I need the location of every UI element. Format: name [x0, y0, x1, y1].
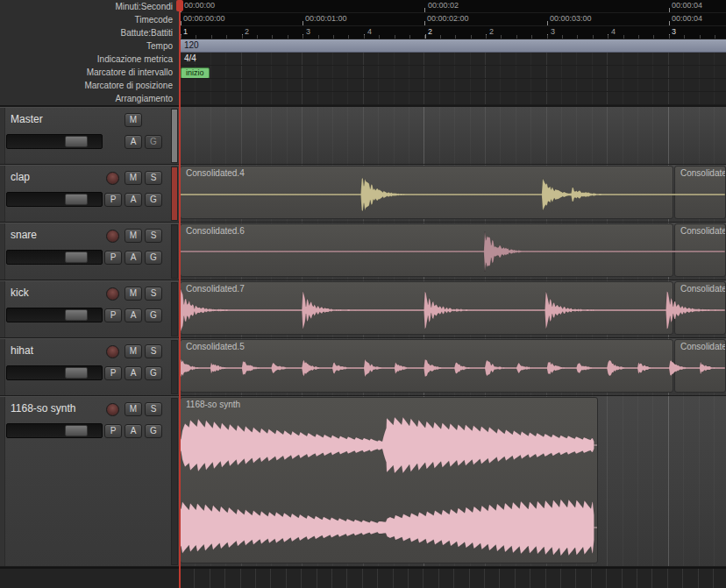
ruler-tick [181, 21, 182, 25]
playlist-button[interactable]: P [104, 251, 122, 265]
ruler-area-bbt[interactable]: 123422343 [179, 26, 726, 39]
track-name[interactable]: 1168-so synth [11, 402, 76, 414]
mute-button[interactable]: M [125, 229, 142, 243]
mute-button[interactable]: M [125, 344, 142, 358]
group-button[interactable]: G [145, 366, 162, 380]
solo-button[interactable]: S [145, 171, 162, 185]
ruler-area-arrangement[interactable] [179, 92, 726, 105]
playlist-button[interactable]: P [104, 193, 122, 207]
track-handle[interactable] [0, 339, 5, 395]
track-content-1168-so-synth[interactable]: 1168-so synth [179, 396, 726, 567]
automation-button[interactable]: A [125, 424, 142, 438]
track-handle[interactable] [0, 397, 5, 566]
record-arm-button[interactable] [106, 172, 119, 185]
track-content-clap[interactable]: Consolidated.4Consolidated. [179, 165, 726, 223]
automation-button[interactable]: A [125, 193, 142, 207]
mute-button[interactable]: M [125, 113, 142, 127]
solo-button[interactable]: S [145, 402, 162, 416]
track-header-hihat[interactable]: hihatMSPAG [0, 338, 179, 396]
group-button[interactable]: G [145, 251, 162, 265]
track-handle[interactable] [0, 108, 5, 164]
solo-button[interactable]: S [145, 229, 162, 243]
fader-handle[interactable] [65, 425, 88, 436]
fader-handle[interactable] [65, 367, 88, 379]
ruler-label-metrica: Indicazione metrica [0, 53, 179, 66]
track-name[interactable]: snare [11, 229, 37, 241]
automation-button[interactable]: A [125, 308, 142, 322]
track-content-kick[interactable]: Consolidated.7Consolidated. [179, 280, 726, 338]
ruler-area-metrica[interactable]: 4/4 [179, 53, 726, 66]
gain-fader[interactable] [6, 192, 103, 207]
audio-region[interactable]: Consolidated. [674, 339, 726, 393]
audio-region[interactable]: Consolidated.6 [180, 223, 673, 277]
playlist-button[interactable]: P [104, 424, 122, 438]
track-name[interactable]: hihat [11, 344, 33, 357]
track-handle[interactable] [0, 166, 5, 222]
track-header-1168-so-synth[interactable]: 1168-so synthMSPAG [0, 396, 179, 567]
automation-button[interactable]: A [125, 366, 142, 380]
ruler-area-position[interactable] [179, 79, 726, 92]
group-button[interactable]: G [145, 308, 162, 322]
track-header-master[interactable]: MasterMAG [0, 107, 179, 165]
track-header-snare[interactable]: snareMSPAG [0, 223, 179, 280]
ruler-tick [302, 21, 303, 25]
track-header-kick[interactable]: kickMSPAG [0, 280, 179, 338]
playlist-button[interactable]: P [104, 308, 122, 322]
group-button[interactable]: G [145, 424, 162, 438]
gain-fader[interactable] [6, 365, 103, 380]
record-arm-button[interactable] [106, 287, 119, 301]
ruler-mark: 00:00:01:00 [305, 14, 347, 23]
track-handle[interactable] [0, 281, 5, 337]
summary-strip[interactable] [0, 567, 726, 588]
mute-button[interactable]: M [125, 171, 142, 185]
track-content-master[interactable] [179, 107, 726, 165]
track-name[interactable]: clap [11, 171, 30, 183]
fader-handle[interactable] [65, 251, 88, 263]
audio-region[interactable]: Consolidated.4 [180, 166, 673, 219]
fader-handle[interactable] [65, 309, 88, 321]
meter-signature-value: 4/4 [184, 53, 196, 63]
playlist-button[interactable]: P [104, 366, 122, 380]
audio-region[interactable]: Consolidated. [674, 281, 726, 335]
gain-fader[interactable] [6, 423, 103, 438]
gain-fader[interactable] [6, 134, 103, 149]
audio-region[interactable]: Consolidated.5 [180, 339, 673, 393]
ruler-area-timecode[interactable]: 00:00:00:0000:00:01:0000:00:02:0000:00:0… [179, 13, 726, 26]
ruler-mark: 00:00:03:00 [550, 14, 592, 23]
automation-button[interactable]: A [125, 135, 142, 149]
fader-handle[interactable] [65, 136, 88, 147]
mute-button[interactable]: M [125, 402, 142, 416]
gain-fader[interactable] [6, 250, 103, 265]
record-arm-button[interactable] [106, 403, 119, 416]
record-arm-button[interactable] [106, 230, 119, 243]
region-name: Consolidated.4 [186, 168, 245, 178]
ruler-area-minsec[interactable]: 00:00:0000:00:0200:00:04 [179, 0, 726, 13]
fader-handle[interactable] [65, 194, 88, 205]
track-content-hihat[interactable]: Consolidated.5Consolidated. [179, 338, 726, 396]
meter-strip [171, 398, 178, 565]
audio-region[interactable]: 1168-so synth [180, 397, 598, 563]
playhead-marker[interactable] [176, 0, 183, 11]
region-name: Consolidated.5 [186, 342, 245, 351]
ruler-area-tempo[interactable]: 120 [179, 39, 726, 53]
track-handle[interactable] [0, 223, 5, 280]
track-header-clap[interactable]: clapMSPAG [0, 165, 179, 223]
track-name[interactable]: Master [11, 113, 43, 125]
solo-button[interactable]: S [145, 344, 162, 358]
group-button[interactable]: G [145, 193, 162, 207]
track-name[interactable]: kick [11, 287, 29, 299]
range-marker-badge[interactable]: inizio [181, 67, 210, 79]
solo-button[interactable]: S [145, 287, 162, 301]
audio-region[interactable]: Consolidated.7 [180, 281, 673, 335]
record-arm-button[interactable] [106, 345, 119, 358]
playhead[interactable] [179, 0, 181, 588]
audio-region[interactable]: Consolidated. [674, 166, 726, 219]
gain-fader[interactable] [6, 308, 103, 322]
region-name: Consolidated. [680, 284, 726, 294]
ruler-area-range[interactable]: inizio [179, 66, 726, 79]
mute-button[interactable]: M [125, 287, 142, 301]
group-button[interactable]: G [145, 135, 162, 149]
track-content-snare[interactable]: Consolidated.6Consolidated. [179, 223, 726, 280]
audio-region[interactable]: Consolidated. [674, 223, 726, 277]
automation-button[interactable]: A [125, 251, 142, 265]
